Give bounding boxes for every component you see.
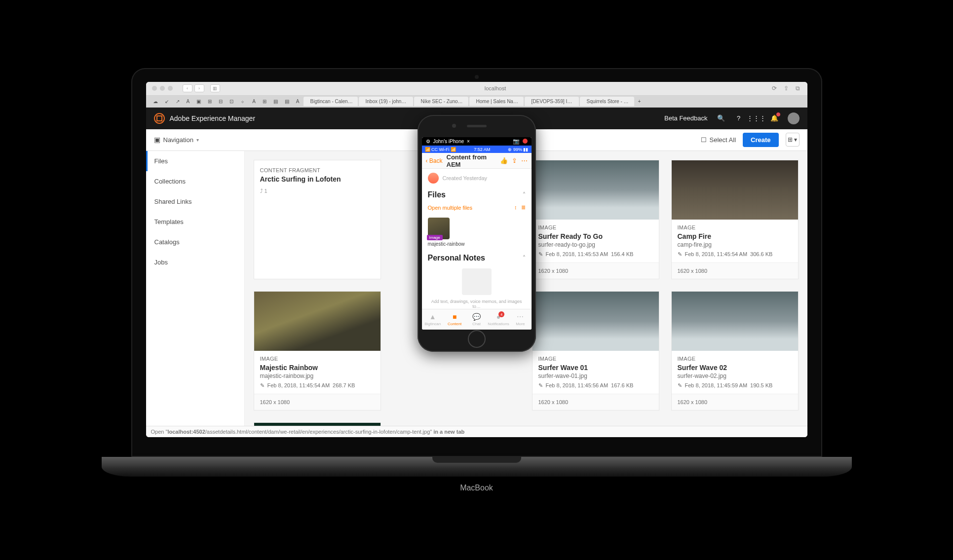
view-switcher[interactable]: ⊞ ▾ (786, 133, 800, 147)
tab-chat[interactable]: 💬Chat (465, 309, 487, 329)
asset-dimensions: 1620 x 1080 (533, 262, 659, 279)
asset-dimensions: 1620 x 1080 (254, 394, 381, 410)
notes-placeholder[interactable] (462, 268, 492, 295)
minimize-dot[interactable] (160, 86, 165, 91)
bookmark-icon[interactable]: ⊟ (216, 98, 226, 105)
sidebar-toggle[interactable]: ▥ (210, 84, 220, 92)
bookmark-icon[interactable]: ▤ (282, 98, 292, 105)
home-button[interactable] (468, 330, 486, 348)
search-icon[interactable]: 🔍 (717, 114, 725, 123)
sidebar-item-templates[interactable]: Templates (146, 212, 244, 232)
bookmark-icon[interactable]: ☁ (150, 98, 161, 105)
files-section-header[interactable]: Files˄ (422, 187, 532, 201)
asset-title: Surfer Wave 01 (538, 364, 653, 372)
tab-label: More (516, 322, 525, 326)
navigation-dropdown[interactable]: ▣ Navigation ▾ (154, 136, 199, 144)
user-avatar[interactable] (788, 112, 800, 124)
browser-tab[interactable]: Inbox (19) - john… (359, 97, 413, 106)
close-dot[interactable] (152, 86, 157, 91)
tab-content[interactable]: ■Content (444, 309, 465, 329)
asset-date: Feb 8, 2018, 11:45:59 AM (685, 382, 748, 388)
pencil-icon: ✎ (678, 251, 682, 258)
url-bar[interactable]: localhost (220, 85, 771, 91)
tab-notifications[interactable]: ●Notifications4 (488, 309, 509, 329)
asset-thumbnail (672, 160, 798, 220)
tabs-icon[interactable]: ⧉ (795, 85, 801, 92)
asset-card[interactable]: IMAGESurfer Wave 01surfer-wave-01.jpg✎Fe… (532, 291, 659, 411)
bookmark-icon[interactable]: ⊡ (227, 98, 236, 105)
macbook-screen: ‹ › ▥ localhost ⟳ ⇪ ⧉ ☁↙↗A▣⊞⊟⊡🝔A⊞▤▤ABigt… (131, 68, 822, 457)
back-button[interactable]: ‹ (183, 84, 192, 92)
traffic-lights[interactable] (152, 86, 173, 91)
bell-icon[interactable]: 🔔 (770, 114, 779, 123)
bookmark-icon[interactable]: ⊞ (205, 98, 215, 105)
asset-title: Arctic Surfing in Lofoten (260, 175, 375, 183)
beta-feedback-link[interactable]: Beta Feedback (664, 114, 707, 122)
close-icon[interactable]: × (467, 139, 470, 144)
bookmark-icon[interactable]: ▤ (270, 98, 281, 105)
file-name: majestic-rainbow (428, 241, 526, 247)
asset-card[interactable]: IMAGESurfer Ready To Gosurfer-ready-to-g… (532, 160, 659, 279)
browser-tab[interactable]: Bigtincan - Calen… (304, 97, 358, 106)
asset-card[interactable]: IMAGEMajestic Rainbowmajestic-rainbow.jp… (254, 291, 381, 411)
chevron-down-icon: ▾ (196, 137, 199, 143)
sidebar-item-collections[interactable]: Collections (146, 171, 244, 191)
create-button[interactable]: Create (743, 133, 778, 147)
bookmark-icon[interactable]: A (249, 98, 259, 105)
select-all-button[interactable]: ☐ Select All (701, 136, 736, 144)
phone-screen: ⚙ John's iPhone × 📷 📶 CC Wi-Fi 📶 7:52 AM… (422, 137, 532, 330)
asset-card[interactable]: CONTENT FRAGMENTArctic Surfing in Lofote… (254, 160, 381, 279)
back-button[interactable]: ‹ Back (426, 157, 443, 164)
new-tab-button[interactable]: + (635, 98, 644, 105)
like-icon[interactable]: 👍 (500, 157, 508, 164)
sort-icon[interactable]: ↕ (514, 204, 517, 211)
gear-icon[interactable]: ⚙ (426, 139, 430, 144)
more-icon[interactable]: ⋯ (521, 157, 528, 164)
chevron-up-icon: ˄ (523, 191, 526, 198)
bookmark-icon[interactable]: ▣ (193, 98, 204, 105)
sidebar-item-catalogs[interactable]: Catalogs (146, 232, 244, 252)
browser-tab[interactable]: [DEVOPS-359] I… (525, 97, 579, 106)
tab-more[interactable]: ⋯More (509, 309, 531, 329)
help-icon[interactable]: ? (734, 114, 743, 123)
tab-bigtincan[interactable]: ▲Bigtincan (422, 309, 444, 329)
camera-icon[interactable]: 📷 (513, 138, 520, 145)
reader-icon[interactable]: ⟳ (771, 85, 778, 92)
aem-logo-icon[interactable] (154, 113, 165, 124)
sidebar-item-files[interactable]: Files (146, 151, 244, 171)
asset-card[interactable]: IMAGECamp Firecamp-fire.jpg✎Feb 8, 2018,… (671, 160, 799, 279)
zoom-dot[interactable] (168, 86, 173, 91)
author-avatar[interactable] (428, 173, 439, 184)
bookmark-icon[interactable]: ↗ (173, 98, 183, 105)
created-label: Created Yesterday (443, 175, 488, 181)
asset-filename: camp-fire.jpg (678, 241, 792, 248)
screen-title: Content from AEM (447, 153, 496, 168)
browser-tab[interactable]: Squirrels Store - … (580, 97, 634, 106)
share-icon[interactable]: ⇪ (783, 85, 790, 92)
forward-button[interactable]: › (194, 84, 204, 92)
asset-size: 156.4 KB (611, 251, 633, 257)
sidebar-item-jobs[interactable]: Jobs (146, 252, 244, 272)
subtitle-row: Created Yesterday (422, 169, 532, 187)
open-multiple-link[interactable]: Open multiple files (428, 205, 473, 211)
list-view-icon[interactable]: ≣ (521, 204, 526, 211)
file-item[interactable]: Image majestic-rainbow (422, 214, 532, 251)
apps-icon[interactable]: ⋮⋮⋮ (752, 114, 761, 123)
bookmark-icon[interactable]: ⊞ (260, 98, 269, 105)
file-type-tag: Image (427, 235, 443, 240)
bookmark-icon[interactable]: 🝔 (237, 98, 248, 105)
bookmark-icon[interactable]: A (184, 98, 193, 105)
file-thumbnail: Image (428, 218, 450, 239)
browser-tab[interactable]: Home | Sales Na… (469, 97, 524, 106)
asset-type: IMAGE (678, 356, 792, 362)
bookmark-icon[interactable]: ↙ (162, 98, 172, 105)
status-text: Open (151, 429, 166, 435)
bookmark-icon[interactable]: A (293, 98, 303, 105)
notification-badge: 4 (498, 311, 504, 317)
bigtincan-icon: ▲ (429, 313, 436, 321)
share-icon[interactable]: ⇪ (512, 157, 517, 164)
asset-card[interactable]: IMAGESurfer Wave 02surfer-wave-02.jpg✎Fe… (671, 291, 799, 411)
notes-section-header[interactable]: Personal Notes˄ (422, 251, 532, 264)
sidebar-item-shared-links[interactable]: Shared Links (146, 191, 244, 212)
browser-tab[interactable]: Nike SEC - Zuno… (414, 97, 468, 106)
